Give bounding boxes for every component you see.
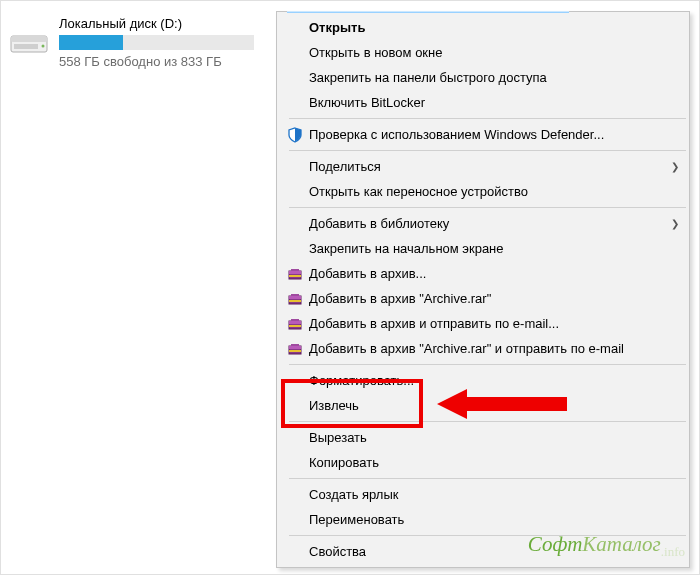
menu-label: Проверка с использованием Windows Defend… <box>309 127 679 142</box>
separator <box>289 421 686 422</box>
winrar-icon <box>287 341 309 357</box>
menu-format[interactable]: Форматировать... <box>279 368 687 393</box>
menu-label: Закрепить на панели быстрого доступа <box>309 70 679 85</box>
svg-rect-14 <box>291 319 299 321</box>
menu-label: Открыть в новом окне <box>309 45 679 60</box>
separator <box>289 364 686 365</box>
svg-point-3 <box>42 45 45 48</box>
menu-label: Включить BitLocker <box>309 95 679 110</box>
menu-label: Добавить в архив "Archive.rar" и отправи… <box>309 341 679 356</box>
menu-label: Форматировать... <box>309 373 679 388</box>
menu-label: Добавить в архив "Archive.rar" <box>309 291 679 306</box>
winrar-icon <box>287 316 309 332</box>
menu-label: Вырезать <box>309 430 679 445</box>
menu-label: Копировать <box>309 455 679 470</box>
separator <box>289 207 686 208</box>
menu-cut[interactable]: Вырезать <box>279 425 687 450</box>
svg-rect-1 <box>11 36 47 42</box>
chevron-right-icon: ❯ <box>667 218 679 229</box>
hdd-icon <box>9 22 49 62</box>
menu-defender[interactable]: Проверка с использованием Windows Defend… <box>279 122 687 147</box>
shield-icon <box>287 127 309 143</box>
menu-label: Добавить в архив и отправить по e-mail..… <box>309 316 679 331</box>
drive-free-text: 558 ГБ свободно из 833 ГБ <box>59 54 269 69</box>
svg-rect-9 <box>289 296 301 299</box>
svg-rect-5 <box>289 271 301 274</box>
chevron-right-icon: ❯ <box>667 161 679 172</box>
menu-share[interactable]: Поделиться ❯ <box>279 154 687 179</box>
menu-open-portable[interactable]: Открыть как переносное устройство <box>279 179 687 204</box>
drive-title: Локальный диск (D:) <box>59 16 269 31</box>
winrar-icon <box>287 291 309 307</box>
menu-open[interactable]: Открыть <box>279 15 687 40</box>
context-menu: Открыть Открыть в новом окне Закрепить н… <box>276 11 690 568</box>
svg-rect-13 <box>289 321 301 324</box>
menu-label: Закрепить на начальном экране <box>309 241 679 256</box>
menu-label: Добавить в архив... <box>309 266 679 281</box>
menu-label: Поделиться <box>309 159 667 174</box>
menu-pin-quick-access[interactable]: Закрепить на панели быстрого доступа <box>279 65 687 90</box>
menu-pin-start[interactable]: Закрепить на начальном экране <box>279 236 687 261</box>
drive-info: Локальный диск (D:) 558 ГБ свободно из 8… <box>59 16 269 69</box>
drive-item[interactable]: Локальный диск (D:) 558 ГБ свободно из 8… <box>9 16 269 69</box>
menu-bitlocker[interactable]: Включить BitLocker <box>279 90 687 115</box>
svg-rect-2 <box>14 44 38 49</box>
svg-rect-15 <box>289 325 301 327</box>
menu-label: Создать ярлык <box>309 487 679 502</box>
menu-open-new-window[interactable]: Открыть в новом окне <box>279 40 687 65</box>
menu-archive-email[interactable]: Добавить в архив и отправить по e-mail..… <box>279 311 687 336</box>
capacity-bar <box>59 35 254 50</box>
svg-rect-19 <box>289 350 301 352</box>
capacity-fill <box>59 35 123 50</box>
menu-archive-named-email[interactable]: Добавить в архив "Archive.rar" и отправи… <box>279 336 687 361</box>
winrar-icon <box>287 266 309 282</box>
separator <box>289 535 686 536</box>
menu-copy[interactable]: Копировать <box>279 450 687 475</box>
menu-label: Переименовать <box>309 512 679 527</box>
svg-rect-7 <box>289 275 301 277</box>
menu-create-shortcut[interactable]: Создать ярлык <box>279 482 687 507</box>
menu-add-archive[interactable]: Добавить в архив... <box>279 261 687 286</box>
menu-label: Открыть <box>309 20 679 35</box>
svg-rect-6 <box>291 269 299 271</box>
menu-label: Добавить в библиотеку <box>309 216 667 231</box>
svg-rect-11 <box>289 300 301 302</box>
menu-properties[interactable]: Свойства <box>279 539 687 564</box>
separator <box>289 478 686 479</box>
menu-rename[interactable]: Переименовать <box>279 507 687 532</box>
svg-rect-17 <box>289 346 301 349</box>
svg-rect-18 <box>291 344 299 346</box>
menu-eject[interactable]: Извлечь <box>279 393 687 418</box>
svg-rect-10 <box>291 294 299 296</box>
separator <box>289 118 686 119</box>
menu-label: Открыть как переносное устройство <box>309 184 679 199</box>
separator <box>289 150 686 151</box>
menu-label: Свойства <box>309 544 679 559</box>
menu-selection-highlight <box>287 11 569 13</box>
menu-add-archive-named[interactable]: Добавить в архив "Archive.rar" <box>279 286 687 311</box>
menu-add-library[interactable]: Добавить в библиотеку ❯ <box>279 211 687 236</box>
menu-label: Извлечь <box>309 398 679 413</box>
